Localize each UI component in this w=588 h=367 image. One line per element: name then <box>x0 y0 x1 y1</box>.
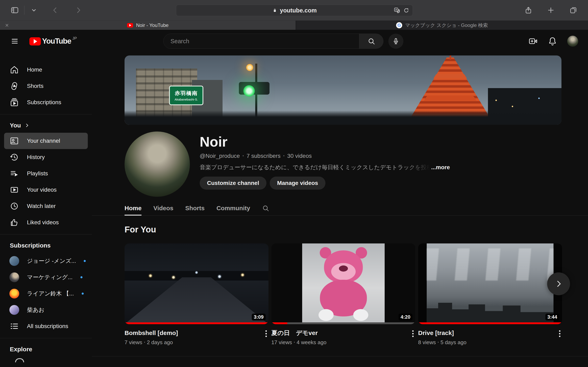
duration-badge: 3:44 <box>545 314 559 320</box>
sidebar-divider <box>0 338 92 338</box>
video-title[interactable]: Bombshell [demo] <box>125 329 178 337</box>
video-card[interactable]: 3:09 Bombshell [demo] 7 views ‧ 2 days a… <box>125 243 268 346</box>
customize-channel-button[interactable]: Customize channel <box>200 176 267 190</box>
url-bar[interactable]: youtube.com A文 <box>176 5 413 16</box>
video-menu-button[interactable] <box>264 329 268 346</box>
guide-menu-button[interactable] <box>8 35 21 48</box>
sidebar-item-home[interactable]: Home <box>4 62 88 78</box>
search-icon <box>367 37 375 45</box>
playlists-icon <box>9 169 19 178</box>
video-meta: 17 views ‧ 4 weeks ago <box>271 339 327 346</box>
channel-search-button[interactable] <box>262 205 269 212</box>
channel-avatar <box>9 289 19 299</box>
video-thumbnail[interactable]: 4:20 <box>271 243 415 324</box>
sidebar-item-your-channel[interactable]: Your channel <box>4 133 88 149</box>
youtube-logo-icon <box>29 37 41 45</box>
sidebar-you-header[interactable]: You <box>0 118 92 133</box>
trending-icon <box>15 358 24 362</box>
forward-button[interactable] <box>72 4 85 17</box>
tab-videos[interactable]: Videos <box>153 201 173 216</box>
hamburger-icon <box>10 37 19 45</box>
toolbar-divider <box>24 6 25 15</box>
tab-shorts[interactable]: Shorts <box>185 201 205 216</box>
chevron-right-icon <box>554 279 563 288</box>
sidebar-item-history[interactable]: History <box>4 149 88 165</box>
sidebar-item-subscriptions[interactable]: Subscriptions <box>4 94 88 110</box>
new-tab-button[interactable] <box>544 4 557 17</box>
section-divider <box>92 356 588 356</box>
video-menu-button[interactable] <box>557 329 562 346</box>
voice-search-button[interactable] <box>388 34 403 49</box>
all-subscriptions-icon <box>9 321 19 331</box>
video-thumbnail[interactable]: 3:09 <box>125 243 268 324</box>
search-button[interactable] <box>359 34 383 49</box>
channel-name: Noir <box>200 134 450 150</box>
subscription-channel-name: 柴あお <box>27 306 44 314</box>
carousel-next-button[interactable] <box>547 272 570 295</box>
tab-home[interactable]: Home <box>125 201 141 216</box>
sidebar-item-label: Home <box>27 67 42 73</box>
subscription-channel-item[interactable]: ジョージ -メンズ... <box>4 253 88 269</box>
duration-badge: 3:09 <box>252 314 266 320</box>
url-text: youtube.com <box>280 7 317 14</box>
create-button[interactable] <box>528 36 538 46</box>
channel-description[interactable]: 音楽プロデューサーになるために、できるだけ毎日軽くミックスしたデモトラックを投稿… <box>200 164 450 171</box>
channel-banner: 赤羽橋南 Akabanebashi-S. <box>125 55 562 125</box>
video-menu-button[interactable] <box>411 329 415 346</box>
youtube-header: YouTube JP <box>0 30 588 53</box>
tab-community[interactable]: Community <box>216 201 250 216</box>
tab-google-search[interactable]: G マックブック スクショ - Google 検索 <box>296 21 588 30</box>
your-channel-icon <box>9 136 19 146</box>
account-avatar[interactable] <box>567 36 578 47</box>
sidebar-item-label: Liked videos <box>27 219 59 226</box>
description-more-button[interactable]: ...more <box>431 164 450 171</box>
watch-progress <box>125 322 268 324</box>
video-card[interactable]: 4:20 夏の日 デモver 17 views ‧ 4 weeks ago <box>271 243 415 346</box>
share-button[interactable] <box>522 4 535 17</box>
channel-page: 赤羽橋南 Akabanebashi-S. Noir @Noir_produce … <box>92 53 588 367</box>
sidebar-item-your-videos[interactable]: Your videos <box>4 182 88 198</box>
sidebar-item-shorts[interactable]: Shorts <box>4 78 88 94</box>
sidebar-item-label: Shorts <box>27 83 43 89</box>
chevron-right-icon <box>24 123 30 128</box>
new-content-dot <box>84 260 86 262</box>
subscription-channel-item[interactable]: ライアン鈴木 【... <box>4 285 88 302</box>
back-button[interactable] <box>49 4 62 17</box>
video-title[interactable]: Drive [track] <box>418 329 467 337</box>
tab-close-button[interactable] <box>4 23 9 28</box>
video-row: 3:09 Bombshell [demo] 7 views ‧ 2 days a… <box>125 243 562 346</box>
subscription-channel-item[interactable]: 柴あお <box>4 302 88 318</box>
sidebar-toggle-button[interactable] <box>8 4 21 17</box>
tab-noir-youtube[interactable]: Noir - YouTube <box>0 21 296 30</box>
youtube-page: YouTube JP <box>0 30 588 367</box>
translate-button[interactable]: A文 <box>393 7 400 14</box>
sidebar-item-playlists[interactable]: Playlists <box>4 165 88 182</box>
sidebar-chevron-button[interactable] <box>27 4 40 17</box>
sidebar-item-all-subscriptions[interactable]: All subscriptions <box>4 318 88 334</box>
channel-handle: @Noir_produce <box>200 153 240 159</box>
channel-info: Noir @Noir_produce ‧ 7 subscribers ‧ 30 … <box>125 132 562 197</box>
chevron-down-icon <box>31 7 37 13</box>
subscription-channel-item[interactable]: マーケティング... <box>4 269 88 285</box>
search-input[interactable] <box>164 34 359 49</box>
banner-street-sign: 赤羽橋南 Akabanebashi-S. <box>169 86 203 105</box>
reload-button[interactable] <box>403 7 409 13</box>
youtube-logo[interactable]: YouTube JP <box>29 37 77 45</box>
sidebar-explore-header: Explore <box>0 342 92 357</box>
video-title[interactable]: 夏の日 デモver <box>271 329 327 337</box>
home-icon <box>9 65 19 75</box>
tabs-divider <box>92 216 588 216</box>
video-card[interactable]: 3:44 Drive [track] 8 views ‧ 5 days ago <box>418 243 562 346</box>
subscriptions-icon <box>9 98 19 107</box>
your-videos-icon <box>9 185 19 195</box>
manage-videos-button[interactable]: Manage videos <box>270 176 325 190</box>
sidebar-item-liked-videos[interactable]: Liked videos <box>4 214 88 231</box>
notifications-button[interactable] <box>548 36 557 46</box>
sidebar-item-watch-later[interactable]: Watch later <box>4 198 88 214</box>
street-sign-jp: 赤羽橋南 <box>175 90 198 97</box>
video-thumbnail[interactable]: 3:44 <box>418 243 562 324</box>
tab-overview-button[interactable] <box>567 4 580 17</box>
region-label: JP <box>72 36 77 41</box>
google-favicon: G <box>396 22 402 28</box>
forward-icon <box>74 6 82 14</box>
